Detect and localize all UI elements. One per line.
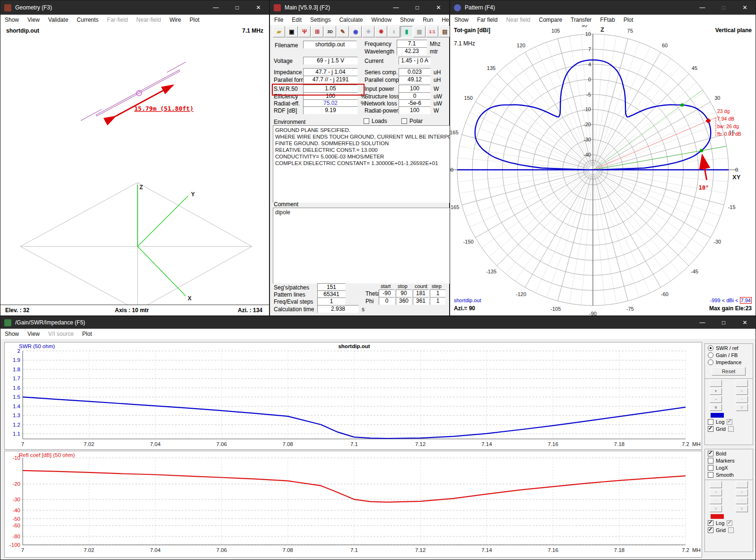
maximize-button[interactable]: □ [713,316,734,329]
antenna-icon[interactable]: Ψ [298,26,311,37]
menu-validate[interactable]: Validate [44,17,72,23]
field-impedance[interactable]: 47.7 - j 1.04 [303,68,358,76]
radio-swr-ref[interactable] [708,345,713,351]
axis-button[interactable]: - [710,396,722,403]
sweep-theta-start[interactable]: -90 [379,289,395,298]
menu-currents[interactable]: Currents [72,17,103,23]
menu-wire[interactable]: Wire [165,17,185,23]
log-checkbox[interactable] [708,419,713,425]
svg-text:-30: -30 [12,497,20,502]
field-parallel-comp-[interactable]: 49.12 [399,76,431,84]
grid-aux-checkbox [728,426,734,432]
axis-button[interactable]: v [710,404,722,411]
minimize-button[interactable]: — [385,0,407,15]
close-button[interactable]: ✕ [734,316,756,329]
maximize-button[interactable]: □ [226,0,248,15]
menu-v-i-source[interactable]: V/I source [44,331,78,337]
menu-show[interactable]: Show [396,17,418,23]
axis-button[interactable] [710,380,722,387]
chart-series-label: SWR (50 ohm) [19,343,55,349]
radio-gain-fb[interactable] [708,352,713,358]
wavelength-field[interactable]: 42.23 [397,47,427,55]
close-button[interactable]: ✕ [734,0,756,15]
menu-view[interactable]: View [23,17,44,23]
sweep-phi-count[interactable]: 361 [413,297,429,305]
menu-view[interactable]: View [23,331,44,337]
field-series-comp-[interactable]: 0.023 [399,68,431,76]
sweep-theta-count[interactable]: 181 [413,289,429,298]
save-copy-icon[interactable]: ▣ [286,26,298,37]
maximize-button[interactable]: □ [407,0,428,15]
grid-checkbox[interactable] [708,527,713,533]
menu-near-field[interactable]: Near-field [132,17,165,23]
filename-field[interactable]: shortdip.out [303,41,357,49]
minimize-button[interactable]: — [692,0,713,15]
sweep-phi-step[interactable]: 1 [430,297,446,305]
menu-settings[interactable]: Settings [306,17,335,23]
pattern-calc-icon[interactable]: ❋ [375,26,387,37]
close-button[interactable]: ✕ [248,0,269,15]
geometry-3d-icon[interactable]: ⊞ [311,26,323,37]
environment-line: COMPLEX DIELECTRIC CONSTANT= 1.30000E+01… [275,160,449,166]
menu-fftab[interactable]: FFtab [596,17,619,23]
close-button[interactable]: ✕ [428,0,449,15]
svg-text:7.06: 7.06 [216,441,226,447]
sweep-theta-stop[interactable]: 90 [396,289,412,298]
refl-chart: -10-20-30-40-50-60-80-10077.027.047.067.… [5,451,701,556]
menu-far-field[interactable]: Far-field [103,17,132,23]
view-3d-icon[interactable]: 3D [324,26,336,37]
loads-checkbox[interactable] [364,118,369,124]
line-chart-icon[interactable]: ▮ [400,26,413,37]
menu-show[interactable]: Show [450,17,473,23]
minimize-button[interactable]: — [692,316,713,329]
pattern-footer-file: shortdip.out [454,298,481,303]
grid-gray-icon[interactable]: ▦ [413,26,426,37]
menu-show[interactable]: Show [0,17,23,23]
menu-transfer[interactable]: Transfer [566,17,596,23]
menu-plot[interactable]: Plot [619,17,638,23]
sweep-phi-stop[interactable]: 360 [396,297,412,305]
comment-box[interactable]: dipole [273,208,452,284]
checkbox-bold[interactable] [708,451,713,456]
frequency-field[interactable]: 7.1 [397,40,427,48]
checkbox-smooth[interactable] [708,472,713,478]
menu-near-field[interactable]: Near field [502,17,534,23]
field-voltage[interactable]: 69 - j 1.5 V [303,57,358,65]
menu-edit[interactable]: Edit [287,17,306,23]
nec-editor-icon[interactable]: ✎ [337,26,349,37]
sweep-phi-start[interactable]: 0 [379,297,395,305]
one-to-one-icon[interactable]: 1:1 [426,26,438,37]
field-unit: uH [434,77,441,83]
menu-show[interactable]: Show [0,331,23,337]
menu-plot[interactable]: Plot [78,331,96,337]
field-radiat-power[interactable]: 100 [399,106,431,114]
field-current[interactable]: 1.45 - j 0 A [399,57,431,65]
field-label: Network loss [365,100,397,107]
menu-far-field[interactable]: Far field [473,17,502,23]
field-input-power[interactable]: 100 [399,85,431,93]
field-parallel-form[interactable]: 47.7 // - j 2191 [303,76,358,84]
polar-checkbox[interactable] [401,118,407,124]
far-field-icon[interactable]: ◉ [349,26,362,37]
menu-window[interactable]: Window [367,17,396,23]
menu-run[interactable]: Run [418,17,437,23]
axis-button[interactable]: + [710,388,722,395]
menu-file[interactable]: File [270,17,287,23]
minimize-button[interactable]: — [205,0,226,15]
reset-button[interactable]: Reset [712,367,746,376]
log-checkbox[interactable] [708,520,713,526]
swr-chart: 21.91.81.71.61.51.41.31.21.177.027.047.0… [5,342,701,448]
near-field-icon[interactable]: ✳ [362,26,374,37]
field-rdf-db-[interactable]: 9.19 [303,106,358,114]
maximize-button[interactable]: □ [713,0,734,15]
checkbox-markers[interactable] [708,458,713,464]
menu-calculate[interactable]: Calculate [335,17,367,23]
sweep-theta-step[interactable]: 1 [430,289,446,298]
grid-checkbox[interactable] [708,426,713,432]
menu-compare[interactable]: Compare [535,17,566,23]
menu-plot[interactable]: Plot [185,17,204,23]
radio-impedance[interactable] [708,359,713,365]
checkbox-logx[interactable] [708,465,713,471]
globe-icon[interactable]: ♁ [388,26,400,37]
open-file-icon[interactable]: ▰ [273,26,285,37]
